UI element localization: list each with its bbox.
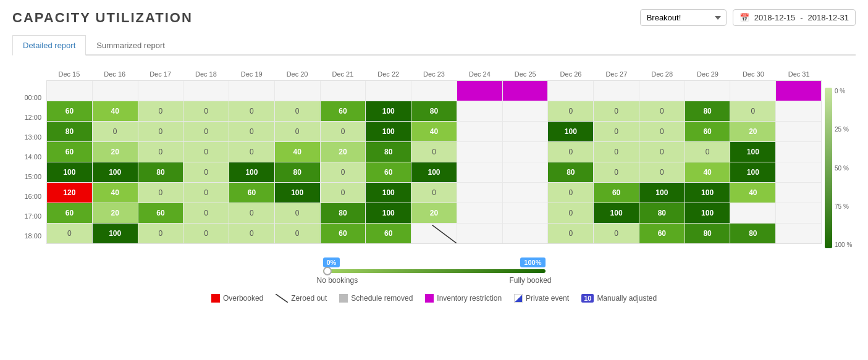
venue-dropdown[interactable]: Breakout! Room A Room B bbox=[640, 9, 727, 26]
cell bbox=[457, 162, 503, 182]
cell bbox=[503, 183, 549, 203]
cell: 100 bbox=[594, 203, 639, 223]
cell: 60 bbox=[47, 203, 93, 223]
chart-container: 00:00 12:00 13:00 14:00 15:00 16:00 17:0… bbox=[12, 68, 856, 248]
cell: 0 bbox=[183, 122, 229, 141]
cell bbox=[457, 122, 503, 141]
cell: 60 bbox=[47, 142, 93, 162]
cell: 60 bbox=[685, 122, 731, 141]
svg-line-0 bbox=[432, 225, 457, 243]
cell bbox=[457, 183, 503, 203]
cell: 20 bbox=[93, 142, 138, 162]
row-label-1700: 17:00 bbox=[12, 206, 46, 226]
schedule-removed-label: Schedule removed bbox=[351, 294, 413, 303]
slider-section: 0% 100% No bookings Fully booked bbox=[12, 257, 856, 285]
col-dec26: Dec 26 bbox=[548, 68, 594, 80]
header-controls: Breakout! Room A Room B 📅 2018-12-15 - 2… bbox=[640, 9, 856, 26]
cell: 0 bbox=[183, 142, 229, 162]
cell: 80 bbox=[321, 203, 366, 223]
cell: 100 bbox=[229, 162, 275, 182]
cell: 80 bbox=[47, 122, 93, 141]
row-label-0000: 00:00 bbox=[12, 88, 46, 107]
cell: 40 bbox=[93, 101, 138, 121]
header: CAPACITY UTILIZATION Breakout! Room A Ro… bbox=[12, 9, 856, 26]
date-separator: - bbox=[800, 13, 803, 22]
cell: 0 bbox=[685, 142, 731, 162]
cell: 100 bbox=[639, 183, 685, 203]
cell: 120 bbox=[47, 183, 93, 203]
col-dec19: Dec 19 bbox=[229, 68, 274, 80]
legend: Overbooked Zeroed out Schedule removed I… bbox=[12, 294, 856, 303]
inventory-label: Inventory restriction bbox=[437, 294, 502, 303]
cell bbox=[183, 81, 229, 101]
cell: 100 bbox=[548, 122, 594, 141]
cell bbox=[776, 224, 821, 243]
zeroed-label: Zeroed out bbox=[291, 294, 327, 303]
cell: 0 bbox=[229, 122, 275, 141]
table-row: 100 100 80 0 100 80 0 60 100 80 0 0 40 1… bbox=[47, 162, 821, 183]
cell bbox=[685, 81, 731, 101]
capacity-slider-min[interactable] bbox=[323, 269, 546, 273]
scale-label-100: 100 % bbox=[835, 241, 852, 248]
schedule-removed-icon bbox=[339, 294, 348, 303]
tab-summarized[interactable]: Summarized report bbox=[86, 35, 175, 56]
cell: 0 bbox=[548, 203, 594, 223]
cell: 60 bbox=[229, 183, 275, 203]
cell: 80 bbox=[730, 224, 776, 243]
cell bbox=[594, 81, 639, 101]
cell: 40 bbox=[685, 162, 731, 182]
col-dec25: Dec 25 bbox=[502, 68, 548, 80]
cell bbox=[457, 203, 503, 223]
tabs: Detailed report Summarized report bbox=[12, 35, 856, 56]
cell bbox=[503, 162, 549, 182]
cell: 80 bbox=[685, 101, 731, 121]
zeroed-out-icon bbox=[432, 225, 457, 243]
cell bbox=[503, 203, 549, 223]
svg-line-1 bbox=[276, 294, 288, 303]
cell: 0 bbox=[183, 183, 229, 203]
cell bbox=[503, 142, 549, 162]
cell: 20 bbox=[411, 203, 457, 223]
cell bbox=[457, 101, 503, 121]
page: CAPACITY UTILIZATION Breakout! Room A Ro… bbox=[0, 0, 868, 360]
cell: 0 bbox=[548, 101, 594, 121]
col-dec27: Dec 27 bbox=[594, 68, 639, 80]
table-row: 60 40 0 0 0 0 60 100 80 0 0 0 80 0 bbox=[47, 101, 821, 122]
date-range[interactable]: 📅 2018-12-15 - 2018-12-31 bbox=[733, 9, 856, 26]
row-label-1400: 14:00 bbox=[12, 147, 46, 167]
cell: 0 bbox=[321, 162, 366, 182]
cell bbox=[47, 81, 93, 101]
cell: 80 bbox=[275, 162, 321, 182]
cell: 0 bbox=[730, 101, 776, 121]
legend-schedule-removed: Schedule removed bbox=[339, 294, 413, 303]
cell bbox=[639, 81, 685, 101]
tab-detailed[interactable]: Detailed report bbox=[12, 35, 86, 56]
col-dec30: Dec 30 bbox=[730, 68, 776, 80]
row-label-1800: 18:00 bbox=[12, 226, 46, 246]
cell bbox=[457, 224, 503, 243]
calendar-icon: 📅 bbox=[739, 13, 749, 22]
cell bbox=[776, 101, 821, 121]
table-row: 0 100 0 0 0 0 60 60 0 0 bbox=[47, 224, 821, 243]
col-dec23: Dec 23 bbox=[411, 68, 457, 80]
cell bbox=[503, 122, 549, 141]
cell: 80 bbox=[411, 101, 457, 121]
cell: 0 bbox=[229, 142, 275, 162]
grid-rows: 60 40 0 0 0 0 60 100 80 0 0 0 80 0 bbox=[46, 80, 822, 244]
cell bbox=[776, 183, 821, 203]
cell: 0 bbox=[138, 183, 184, 203]
no-bookings-label: No bookings bbox=[317, 276, 358, 285]
cell: 60 bbox=[321, 101, 366, 121]
cell: 100 bbox=[93, 162, 138, 182]
min-badge: 0% bbox=[323, 257, 340, 267]
cell bbox=[776, 122, 821, 141]
legend-overbooked: Overbooked bbox=[211, 294, 263, 303]
cell: 0 bbox=[138, 142, 184, 162]
row-label-1500: 15:00 bbox=[12, 167, 46, 186]
cell: 0 bbox=[47, 224, 93, 243]
table-row: 120 40 0 0 60 100 0 100 0 0 60 100 100 4… bbox=[47, 183, 821, 203]
cell: 0 bbox=[639, 122, 685, 141]
cell: 0 bbox=[548, 142, 594, 162]
col-dec22: Dec 22 bbox=[366, 68, 411, 80]
cell: 100 bbox=[366, 122, 411, 141]
